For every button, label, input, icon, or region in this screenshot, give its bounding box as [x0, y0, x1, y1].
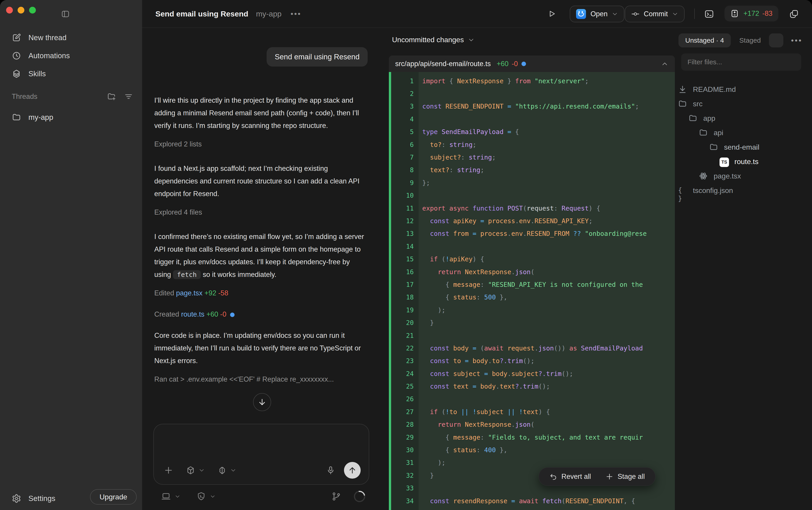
- tree-item-label: tsconfig.json: [693, 187, 733, 195]
- run-play-button[interactable]: [548, 9, 556, 18]
- stacked-folders-button[interactable]: [769, 33, 783, 47]
- minimize-window-button[interactable]: [18, 7, 24, 13]
- user-message-bubble: Send email using Resend: [267, 47, 368, 66]
- chevron-down-icon[interactable]: [210, 493, 216, 500]
- tree-item-app[interactable]: app: [678, 111, 809, 125]
- diff-file-header[interactable]: src/app/api/send-email/route.ts +60 -0: [389, 56, 675, 72]
- assistant-paragraph: I confirmed there’s no existing email fl…: [154, 230, 368, 281]
- chevron-down-icon[interactable]: [199, 467, 205, 474]
- stage-all-button[interactable]: Stage all: [605, 473, 645, 481]
- workspace-name[interactable]: my-app: [256, 9, 281, 18]
- file-link[interactable]: page.tsx: [176, 289, 203, 297]
- commit-button-label: Commit: [644, 10, 668, 18]
- code-line: 9};: [389, 176, 675, 189]
- open-button[interactable]: Open: [570, 6, 624, 22]
- line-number: 5: [389, 128, 419, 136]
- sidebar-toggle-icon[interactable]: [61, 9, 70, 19]
- tree-item-readme-md[interactable]: README.md: [678, 82, 809, 96]
- collapse-chevron-icon[interactable]: [661, 60, 668, 68]
- plus-icon: [605, 473, 613, 481]
- line-number: 18: [389, 293, 419, 301]
- changes-section-header[interactable]: Uncommitted changes: [392, 36, 475, 44]
- line-number: 33: [389, 484, 419, 492]
- code-line: 1import { NextResponse } from "next/serv…: [389, 75, 675, 87]
- file-change-line: Edited page.tsx +92 -58: [154, 287, 368, 300]
- files-more-button[interactable]: •••: [791, 36, 803, 45]
- tree-item-send-email[interactable]: send-email: [678, 140, 809, 154]
- code-line: 15 if (!apiKey) {: [389, 253, 675, 265]
- line-number: 9: [389, 179, 419, 187]
- thread-more-button[interactable]: •••: [291, 9, 301, 18]
- changes-section-label: Uncommitted changes: [392, 36, 464, 44]
- tree-item-route-ts[interactable]: TSroute.ts: [678, 154, 809, 169]
- line-number: 7: [389, 154, 419, 161]
- tool-status-line: Ran cat > .env.example <<'EOF' # Replace…: [154, 373, 368, 386]
- line-number: 25: [389, 383, 419, 390]
- chevron-down-icon: [672, 11, 678, 17]
- code-line: 34 const resendResponse = await fetch(RE…: [389, 495, 675, 507]
- sidebar-item-my-app[interactable]: my-app: [0, 109, 142, 126]
- sidebar-item-skills[interactable]: Skills: [0, 65, 142, 83]
- tree-item-tsconfig-json[interactable]: { }tsconfig.json: [678, 183, 809, 198]
- diff-file-icon: [730, 9, 739, 18]
- message-input[interactable]: [153, 424, 369, 485]
- filter-threads-icon[interactable]: [124, 92, 133, 101]
- tree-item-label: api: [714, 129, 723, 137]
- chevron-down-icon[interactable]: [230, 467, 236, 474]
- mic-icon[interactable]: [326, 465, 335, 475]
- commit-button[interactable]: Commit: [625, 6, 685, 22]
- upgrade-button[interactable]: Upgrade: [90, 489, 137, 505]
- close-window-button[interactable]: [6, 7, 13, 13]
- code-line: 24 const subject = body.subject?.trim();: [389, 367, 675, 380]
- settings-label: Settings: [28, 494, 55, 503]
- code-line: 27 if (!to || !subject || !text) {: [389, 405, 675, 418]
- tree-item-src[interactable]: src: [678, 96, 809, 111]
- send-button[interactable]: [344, 462, 361, 479]
- tree-item-api[interactable]: api: [678, 125, 809, 140]
- terminal-icon[interactable]: [704, 9, 714, 19]
- scroll-to-bottom-button[interactable]: [253, 393, 271, 411]
- threads-list: my-app: [0, 109, 142, 126]
- commit-icon: [631, 10, 640, 18]
- code-line: 30 { status: 400 },: [389, 444, 675, 456]
- filter-files-input[interactable]: [681, 54, 801, 70]
- diff-stats-button[interactable]: +172 -83: [724, 6, 778, 22]
- sidebar-item-new-thread[interactable]: New thread: [0, 29, 142, 47]
- folder-icon: [699, 128, 708, 137]
- chevron-down-icon[interactable]: [175, 493, 180, 500]
- model-cube-icon[interactable]: [186, 465, 195, 475]
- assistant-paragraph: Core code is in place. I’m updating env/…: [154, 329, 368, 367]
- line-number: 6: [389, 141, 419, 148]
- machine-laptop-icon[interactable]: [161, 491, 171, 502]
- line-number: 26: [389, 395, 419, 403]
- code-line: 13 const from = process.env.RESEND_FROM …: [389, 227, 675, 240]
- attach-plus-icon[interactable]: [164, 465, 173, 475]
- line-number: 15: [389, 255, 419, 263]
- tab-staged[interactable]: Staged: [740, 36, 761, 44]
- diff-file-path: src/app/api/send-email/route.ts: [395, 60, 491, 68]
- threads-section-header: Threads: [12, 92, 133, 101]
- reasoning-brain-icon[interactable]: [217, 465, 227, 475]
- revert-all-label: Revert all: [562, 473, 591, 481]
- tab-unstaged[interactable]: Unstaged · 4: [679, 33, 731, 47]
- screens-icon[interactable]: [789, 9, 799, 19]
- compose-icon: [12, 33, 21, 42]
- download-icon: [678, 85, 687, 94]
- sidebar-item-label: New thread: [28, 33, 66, 42]
- line-number: 3: [389, 103, 419, 110]
- tree-item-page-tsx[interactable]: page.tsx: [678, 169, 809, 183]
- sidebar-item-settings[interactable]: Settings: [12, 494, 55, 503]
- arrow-up-icon: [348, 466, 357, 475]
- code-line: 7 subject?: string;: [389, 151, 675, 164]
- line-number: 2: [389, 90, 419, 97]
- code-line: 14: [389, 240, 675, 253]
- revert-all-button[interactable]: Revert all: [549, 473, 591, 481]
- zoom-window-button[interactable]: [29, 7, 36, 13]
- new-folder-icon[interactable]: [107, 92, 116, 101]
- permissions-shield-icon[interactable]: [196, 491, 206, 502]
- thread-title: Send email using Resend: [155, 9, 248, 18]
- git-branch-icon[interactable]: [331, 491, 341, 502]
- code-line: 23 const to = body.to?.trim();: [389, 355, 675, 367]
- sidebar-item-automations[interactable]: Automations: [0, 47, 142, 65]
- file-link[interactable]: route.ts: [181, 310, 204, 318]
